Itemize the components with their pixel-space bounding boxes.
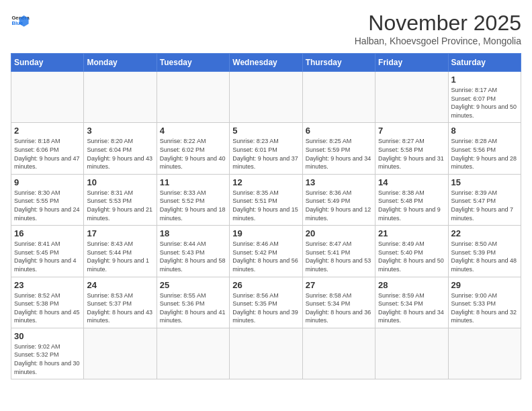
calendar-table: SundayMondayTuesdayWednesdayThursdayFrid… (11, 53, 521, 379)
calendar-cell (302, 72, 375, 123)
cell-content: Sunrise: 8:52 AM Sunset: 5:38 PM Dayligh… (14, 291, 81, 325)
cell-content: Sunrise: 8:18 AM Sunset: 6:06 PM Dayligh… (14, 137, 81, 171)
calendar-cell: 5Sunrise: 8:23 AM Sunset: 6:01 PM Daylig… (230, 123, 302, 174)
cell-content: Sunrise: 8:28 AM Sunset: 5:56 PM Dayligh… (451, 137, 518, 171)
logo-icon: General Blue (11, 11, 30, 30)
day-number: 5 (232, 126, 299, 136)
day-number: 14 (378, 177, 445, 187)
day-number: 17 (87, 228, 153, 238)
month-title: November 2025 (355, 11, 521, 36)
calendar-week-row: 23Sunrise: 8:52 AM Sunset: 5:38 PM Dayli… (11, 277, 521, 328)
cell-content: Sunrise: 8:38 AM Sunset: 5:48 PM Dayligh… (378, 189, 445, 222)
day-number: 21 (378, 228, 445, 238)
day-number: 26 (232, 280, 299, 290)
cell-content: Sunrise: 8:43 AM Sunset: 5:44 PM Dayligh… (87, 240, 153, 273)
logo: General Blue (11, 11, 30, 30)
day-header-saturday: Saturday (448, 54, 521, 72)
calendar-week-row: 16Sunrise: 8:41 AM Sunset: 5:45 PM Dayli… (11, 226, 521, 277)
day-number: 16 (14, 228, 81, 238)
calendar-cell: 30Sunrise: 9:02 AM Sunset: 5:32 PM Dayli… (11, 328, 84, 379)
cell-content: Sunrise: 8:47 AM Sunset: 5:41 PM Dayligh… (306, 240, 372, 273)
cell-content: Sunrise: 8:41 AM Sunset: 5:45 PM Dayligh… (14, 240, 81, 273)
calendar-cell (448, 328, 521, 379)
cell-content: Sunrise: 8:39 AM Sunset: 5:47 PM Dayligh… (451, 189, 518, 222)
location-title: Halban, Khoevsgoel Province, Mongolia (355, 36, 521, 46)
cell-content: Sunrise: 8:17 AM Sunset: 6:07 PM Dayligh… (451, 86, 518, 120)
cell-content: Sunrise: 8:20 AM Sunset: 6:04 PM Dayligh… (87, 137, 153, 171)
calendar-cell: 12Sunrise: 8:35 AM Sunset: 5:51 PM Dayli… (230, 174, 302, 225)
calendar-cell: 14Sunrise: 8:38 AM Sunset: 5:48 PM Dayli… (375, 174, 448, 225)
calendar-cell: 23Sunrise: 8:52 AM Sunset: 5:38 PM Dayli… (11, 277, 84, 328)
calendar-cell: 21Sunrise: 8:49 AM Sunset: 5:40 PM Dayli… (375, 226, 448, 277)
title-area: November 2025 Halban, Khoevsgoel Provinc… (355, 11, 521, 46)
day-number: 20 (306, 228, 372, 238)
day-number: 10 (87, 177, 153, 187)
cell-content: Sunrise: 8:53 AM Sunset: 5:37 PM Dayligh… (87, 291, 153, 325)
day-number: 1 (451, 75, 518, 85)
day-number: 6 (306, 126, 372, 136)
calendar-cell: 1Sunrise: 8:17 AM Sunset: 6:07 PM Daylig… (448, 72, 521, 123)
calendar-cell: 2Sunrise: 8:18 AM Sunset: 6:06 PM Daylig… (11, 123, 84, 174)
cell-content: Sunrise: 8:50 AM Sunset: 5:39 PM Dayligh… (451, 240, 518, 273)
calendar-week-row: 30Sunrise: 9:02 AM Sunset: 5:32 PM Dayli… (11, 328, 521, 379)
cell-content: Sunrise: 8:30 AM Sunset: 5:55 PM Dayligh… (14, 189, 81, 222)
cell-content: Sunrise: 8:46 AM Sunset: 5:42 PM Dayligh… (232, 240, 299, 273)
calendar-cell (84, 328, 157, 379)
cell-content: Sunrise: 8:49 AM Sunset: 5:40 PM Dayligh… (378, 240, 445, 273)
cell-content: Sunrise: 9:00 AM Sunset: 5:33 PM Dayligh… (451, 291, 518, 325)
calendar-cell (84, 72, 157, 123)
calendar-cell (375, 72, 448, 123)
calendar-week-row: 2Sunrise: 8:18 AM Sunset: 6:06 PM Daylig… (11, 123, 521, 174)
day-number: 29 (451, 280, 518, 290)
day-number: 18 (160, 228, 226, 238)
day-number: 19 (232, 228, 299, 238)
calendar-cell: 22Sunrise: 8:50 AM Sunset: 5:39 PM Dayli… (448, 226, 521, 277)
cell-content: Sunrise: 8:22 AM Sunset: 6:02 PM Dayligh… (160, 137, 226, 171)
calendar-cell: 8Sunrise: 8:28 AM Sunset: 5:56 PM Daylig… (448, 123, 521, 174)
calendar-cell (230, 72, 302, 123)
calendar-header-row: SundayMondayTuesdayWednesdayThursdayFrid… (11, 54, 521, 72)
day-number: 13 (306, 177, 372, 187)
day-header-tuesday: Tuesday (157, 54, 229, 72)
day-header-wednesday: Wednesday (230, 54, 302, 72)
day-header-thursday: Thursday (302, 54, 375, 72)
cell-content: Sunrise: 8:33 AM Sunset: 5:52 PM Dayligh… (160, 189, 226, 222)
cell-content: Sunrise: 9:02 AM Sunset: 5:32 PM Dayligh… (14, 342, 81, 376)
day-header-friday: Friday (375, 54, 448, 72)
calendar-cell (157, 328, 229, 379)
calendar-cell: 15Sunrise: 8:39 AM Sunset: 5:47 PM Dayli… (448, 174, 521, 225)
cell-content: Sunrise: 8:31 AM Sunset: 5:53 PM Dayligh… (87, 189, 153, 222)
calendar-cell: 16Sunrise: 8:41 AM Sunset: 5:45 PM Dayli… (11, 226, 84, 277)
day-number: 2 (14, 126, 81, 136)
cell-content: Sunrise: 8:35 AM Sunset: 5:51 PM Dayligh… (232, 189, 299, 222)
day-number: 7 (378, 126, 445, 136)
day-number: 12 (232, 177, 299, 187)
day-number: 15 (451, 177, 518, 187)
day-number: 11 (160, 177, 226, 187)
day-number: 30 (14, 331, 81, 341)
calendar-cell: 20Sunrise: 8:47 AM Sunset: 5:41 PM Dayli… (302, 226, 375, 277)
calendar-cell: 17Sunrise: 8:43 AM Sunset: 5:44 PM Dayli… (84, 226, 157, 277)
calendar-cell: 4Sunrise: 8:22 AM Sunset: 6:02 PM Daylig… (157, 123, 229, 174)
cell-content: Sunrise: 8:27 AM Sunset: 5:58 PM Dayligh… (378, 137, 445, 171)
calendar-cell: 19Sunrise: 8:46 AM Sunset: 5:42 PM Dayli… (230, 226, 302, 277)
cell-content: Sunrise: 8:56 AM Sunset: 5:35 PM Dayligh… (232, 291, 299, 325)
day-header-sunday: Sunday (11, 54, 84, 72)
day-header-monday: Monday (84, 54, 157, 72)
calendar-week-row: 1Sunrise: 8:17 AM Sunset: 6:07 PM Daylig… (11, 72, 521, 123)
calendar-cell: 9Sunrise: 8:30 AM Sunset: 5:55 PM Daylig… (11, 174, 84, 225)
day-number: 8 (451, 126, 518, 136)
calendar-cell: 25Sunrise: 8:55 AM Sunset: 5:36 PM Dayli… (157, 277, 229, 328)
day-number: 27 (306, 280, 372, 290)
calendar-cell: 18Sunrise: 8:44 AM Sunset: 5:43 PM Dayli… (157, 226, 229, 277)
calendar-cell: 7Sunrise: 8:27 AM Sunset: 5:58 PM Daylig… (375, 123, 448, 174)
calendar-cell (157, 72, 229, 123)
calendar-cell: 27Sunrise: 8:58 AM Sunset: 5:34 PM Dayli… (302, 277, 375, 328)
calendar-cell: 10Sunrise: 8:31 AM Sunset: 5:53 PM Dayli… (84, 174, 157, 225)
page-header: General Blue November 2025 Halban, Khoev… (11, 11, 521, 46)
day-number: 23 (14, 280, 81, 290)
calendar-cell: 29Sunrise: 9:00 AM Sunset: 5:33 PM Dayli… (448, 277, 521, 328)
calendar-cell (230, 328, 302, 379)
day-number: 25 (160, 280, 226, 290)
calendar-cell: 11Sunrise: 8:33 AM Sunset: 5:52 PM Dayli… (157, 174, 229, 225)
